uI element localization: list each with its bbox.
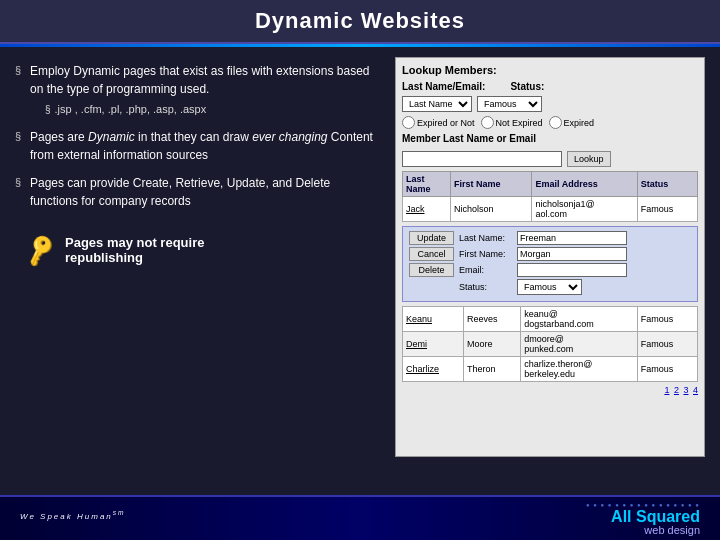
row-status-jack: Famous	[637, 197, 697, 222]
bottom-left: We Speak Humansm	[20, 509, 126, 527]
bullet-2-text-before: Pages are	[30, 130, 88, 144]
table-row: Jack Nicholson nicholsonja1@aol.com Famo…	[403, 197, 698, 222]
row-last-charlize[interactable]: Charlize	[403, 357, 464, 382]
table-row: Keanu Reeves keanu@dogstarband.com Famou…	[403, 307, 698, 332]
bullet-3: Pages can provide Create, Retrieve, Upda…	[15, 174, 380, 210]
last-name-select[interactable]: Last Name	[402, 96, 472, 112]
radio-group: Expired or Not Not Expired Expired	[402, 116, 698, 129]
lookup-name-row: Last Name/Email: Status:	[402, 81, 698, 92]
page-1[interactable]: 1	[664, 385, 669, 395]
radio-not-expired-label: Not Expired	[496, 118, 543, 128]
edit-email-label: Email:	[459, 265, 514, 275]
edit-last-name-input[interactable]	[517, 231, 627, 245]
bullet-1-text: Employ Dynamic pages that exist as files…	[30, 64, 370, 96]
famous-select[interactable]: Famous	[477, 96, 542, 112]
key-text: Pages may not require republishing	[65, 235, 204, 265]
edit-first-name-input[interactable]	[517, 247, 627, 261]
radio-expired-or-not-label: Expired or Not	[417, 118, 475, 128]
row-email-jack: nicholsonja1@aol.com	[532, 197, 637, 222]
row-email-charlize: charlize.theron@berkeley.edu	[521, 357, 638, 382]
edit-first-name-row: First Name:	[459, 247, 691, 261]
cancel-button[interactable]: Cancel	[409, 247, 454, 261]
edit-fields: Last Name: First Name: Email: Status:	[459, 231, 691, 297]
bullet-2-text-after: in that they can draw	[135, 130, 252, 144]
edit-first-name-label: First Name:	[459, 249, 514, 259]
bottom-bar: We Speak Humansm ● ● ● ● ● ● ● ● ● ● ● ●…	[0, 495, 720, 540]
edit-status-select[interactable]: Famous	[517, 279, 582, 295]
edit-email-input[interactable]	[517, 263, 627, 277]
key-text-line2: republishing	[65, 250, 204, 265]
bullet-2: Pages are Dynamic in that they can draw …	[15, 128, 380, 164]
bullet-3-text: Pages can provide Create, Retrieve, Upda…	[30, 176, 330, 208]
edit-last-name-row: Last Name:	[459, 231, 691, 245]
table-row: Charlize Theron charlize.theron@berkeley…	[403, 357, 698, 382]
key-icon: 🔑	[21, 231, 59, 268]
key-section: 🔑 Pages may not require republishing	[15, 235, 380, 265]
col-status: Status	[637, 172, 697, 197]
bullet-2-italic2: ever changing	[252, 130, 327, 144]
lookup-selects-row: Last Name Famous	[402, 96, 698, 112]
dots-decoration: ● ● ● ● ● ● ● ● ● ● ● ● ● ● ● ●	[586, 502, 700, 508]
radio-expired-or-not[interactable]: Expired or Not	[402, 116, 475, 129]
lookup-button[interactable]: Lookup	[567, 151, 611, 167]
radio-not-expired[interactable]: Not Expired	[481, 116, 543, 129]
row-status-keanu: Famous	[637, 307, 697, 332]
status-label: Status:	[510, 81, 544, 92]
edit-panel: Update Cancel Delete Last Name: First Na…	[402, 226, 698, 302]
edit-status-label: Status:	[459, 282, 514, 292]
left-column: Employ Dynamic pages that exist as files…	[15, 57, 380, 457]
edit-email-row: Email:	[459, 263, 691, 277]
col-first-name: First Name	[450, 172, 531, 197]
radio-expired[interactable]: Expired	[549, 116, 595, 129]
member-email-row: Member Last Name or Email	[402, 133, 698, 147]
lookup-panel: Lookup Members: Last Name/Email: Status:…	[395, 57, 705, 457]
radio-not-expired-input[interactable]	[481, 116, 494, 129]
pagination: 1 2 3 4	[402, 385, 698, 395]
main-content: Employ Dynamic pages that exist as files…	[0, 47, 720, 467]
row-email-keanu: keanu@dogstarband.com	[521, 307, 638, 332]
page-title: Dynamic Websites	[0, 8, 720, 34]
bottom-right: ● ● ● ● ● ● ● ● ● ● ● ● ● ● ● ● All Squa…	[586, 502, 700, 536]
page-3[interactable]: 3	[683, 385, 688, 395]
edit-status-row: Status: Famous	[459, 279, 691, 295]
page-2[interactable]: 2	[674, 385, 679, 395]
col-last-name: LastName	[403, 172, 451, 197]
row-last-demi[interactable]: Demi	[403, 332, 464, 357]
edit-last-name-label: Last Name:	[459, 233, 514, 243]
bullet-1: Employ Dynamic pages that exist as files…	[15, 62, 380, 118]
last-name-email-label: Last Name/Email:	[402, 81, 485, 92]
delete-button[interactable]: Delete	[409, 263, 454, 277]
member-label: Member Last Name or Email	[402, 133, 536, 144]
row-first-nicholson: Nicholson	[450, 197, 531, 222]
row-first-theron: Theron	[463, 357, 520, 382]
results-table: LastName First Name Email Address Status…	[402, 171, 698, 222]
member-input-row: Lookup	[402, 151, 698, 167]
lookup-title: Lookup Members:	[402, 64, 698, 76]
bullet-1-sub: .jsp , .cfm, .pl, .php, .asp, .aspx	[30, 101, 380, 118]
bullet-2-italic: Dynamic	[88, 130, 135, 144]
update-button[interactable]: Update	[409, 231, 454, 245]
key-text-line1: Pages may not require	[65, 235, 204, 250]
row-last-keanu[interactable]: Keanu	[403, 307, 464, 332]
row-first-reeves: Reeves	[463, 307, 520, 332]
col-email: Email Address	[532, 172, 637, 197]
bottom-tagline: We Speak Humansm	[20, 512, 126, 521]
results-table-2: Keanu Reeves keanu@dogstarband.com Famou…	[402, 306, 698, 382]
row-last-jack[interactable]: Jack	[403, 197, 451, 222]
trademark: sm	[113, 509, 126, 516]
row-email-demi: dmoore@punked.com	[521, 332, 638, 357]
row-first-moore: Moore	[463, 332, 520, 357]
edit-with-buttons: Update Cancel Delete Last Name: First Na…	[409, 231, 691, 297]
table-header-row: LastName First Name Email Address Status	[403, 172, 698, 197]
radio-expired-or-not-input[interactable]	[402, 116, 415, 129]
page-4[interactable]: 4	[693, 385, 698, 395]
row-status-demi: Famous	[637, 332, 697, 357]
title-bar: Dynamic Websites	[0, 0, 720, 44]
radio-expired-label: Expired	[564, 118, 595, 128]
table-row: Demi Moore dmoore@punked.com Famous	[403, 332, 698, 357]
radio-expired-input[interactable]	[549, 116, 562, 129]
member-email-input[interactable]	[402, 151, 562, 167]
edit-buttons: Update Cancel Delete	[409, 231, 454, 277]
row-status-charlize: Famous	[637, 357, 697, 382]
